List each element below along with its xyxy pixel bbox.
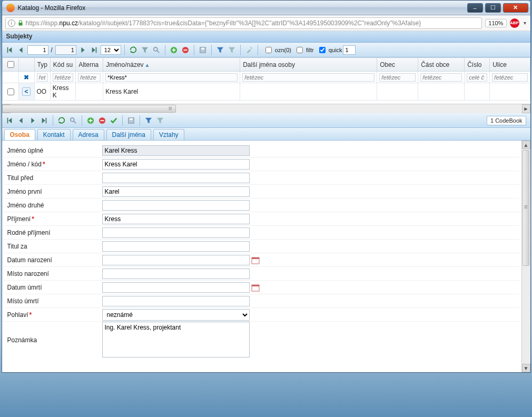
first-page-button[interactable] xyxy=(4,45,15,55)
adblock-dropdown-icon[interactable]: ▾ xyxy=(523,20,527,26)
window-maximize-button[interactable]: ☐ xyxy=(485,3,501,13)
refresh-button[interactable] xyxy=(128,45,139,55)
filter-off-button[interactable] xyxy=(226,45,237,55)
col-obec[interactable]: Obec xyxy=(377,58,418,72)
detail-refresh-button[interactable] xyxy=(56,115,67,126)
field-jmenoprvni[interactable] xyxy=(102,186,250,197)
field-titulza[interactable] xyxy=(102,241,250,252)
col-dalsi[interactable]: Další jména osoby xyxy=(240,58,377,72)
select-all-checkbox[interactable] xyxy=(7,61,14,68)
filter-dalsi[interactable] xyxy=(242,73,375,82)
filter-alterna[interactable] xyxy=(78,73,101,82)
filter-ulice[interactable] xyxy=(492,73,527,82)
detail-first-button[interactable] xyxy=(4,115,15,126)
page-input[interactable] xyxy=(27,45,48,55)
next-page-button[interactable] xyxy=(77,45,88,55)
filtr-checkbox[interactable]: filtr xyxy=(294,45,314,55)
field-rodne[interactable] xyxy=(102,227,250,238)
last-page-button[interactable] xyxy=(89,45,100,55)
filter-castobce[interactable] xyxy=(420,73,462,82)
tab-vztahy[interactable]: Vztahy xyxy=(153,129,184,140)
field-pohlavi[interactable]: neznámé xyxy=(102,309,250,321)
svg-rect-9 xyxy=(130,118,132,120)
field-jmenodruhe[interactable] xyxy=(102,200,250,211)
detail-last-button[interactable] xyxy=(39,115,50,126)
filter-kodsu[interactable] xyxy=(53,73,73,82)
detail-next-button[interactable] xyxy=(27,115,38,126)
url-text-pre: https://iispp. xyxy=(26,19,60,27)
form-vertical-scrollbar[interactable]: ▲ ▼ xyxy=(521,141,530,372)
col-kodsu[interactable]: Kód su xyxy=(50,58,75,72)
sort-asc-icon: ▲ xyxy=(145,62,150,68)
url-input[interactable]: i https://iispp.npu.cz/katalog/#/subjekt… xyxy=(5,17,482,29)
filter-obec[interactable] xyxy=(379,73,416,82)
codebook-chip[interactable]: 1 CodeBook xyxy=(487,116,526,125)
save-disk-button[interactable] xyxy=(198,45,208,55)
remove-button[interactable] xyxy=(180,45,191,55)
field-prijmeni[interactable] xyxy=(102,214,250,224)
detail-save-button[interactable] xyxy=(126,115,136,126)
col-jmeno[interactable]: Jméno/název▲ xyxy=(103,58,240,72)
url-domain: npu.cz xyxy=(60,19,78,27)
detail-prev-button[interactable] xyxy=(16,115,26,126)
filter-typ[interactable] xyxy=(37,73,48,82)
field-jmenokod[interactable] xyxy=(102,159,250,170)
pagesize-select[interactable]: 12 xyxy=(101,45,121,55)
tools-button[interactable] xyxy=(244,45,254,55)
detail-filter-off-button[interactable] xyxy=(155,115,165,126)
field-mistumr[interactable] xyxy=(102,296,250,306)
funnel-button[interactable] xyxy=(140,45,150,55)
window-minimize-button[interactable]: – xyxy=(467,3,483,13)
calendar-icon[interactable] xyxy=(251,255,260,265)
detail-add-button[interactable] xyxy=(85,115,96,126)
detail-confirm-button[interactable] xyxy=(109,115,119,126)
search-button[interactable] xyxy=(151,45,162,55)
field-titulpred[interactable] xyxy=(102,173,250,183)
filter-row: ✖ xyxy=(2,72,530,83)
scroll-vthumb[interactable] xyxy=(523,150,529,266)
scroll-up-arrow[interactable]: ▲ xyxy=(522,141,530,149)
filter-cislo[interactable] xyxy=(467,73,487,82)
add-button[interactable] xyxy=(169,45,179,55)
url-text-post: /katalog/#/subjekt/177883?cis=true&cisDa… xyxy=(78,19,421,27)
grid-toolbar: / 12 ozn(0) filtr quick xyxy=(2,43,530,57)
field-datnar[interactable] xyxy=(102,255,250,265)
page-title: Subjekty xyxy=(2,31,530,43)
row-collapse-icon[interactable]: < xyxy=(22,87,30,96)
detail-remove-button[interactable] xyxy=(97,115,107,126)
field-poznamka[interactable] xyxy=(102,322,250,358)
tab-kontakt[interactable]: Kontakt xyxy=(37,129,71,140)
clear-filter-icon[interactable]: ✖ xyxy=(24,74,29,81)
zoom-level[interactable]: 110% xyxy=(485,19,506,27)
col-alterna[interactable]: Alterna xyxy=(76,58,103,72)
filter-jmeno[interactable] xyxy=(105,73,238,82)
ozn-checkbox[interactable]: ozn(0) xyxy=(263,45,291,55)
svg-rect-11 xyxy=(252,257,259,259)
row-checkbox[interactable] xyxy=(7,88,14,95)
calendar-icon[interactable] xyxy=(251,283,260,292)
scroll-down-arrow[interactable]: ▼ xyxy=(522,364,530,372)
filter-on-button[interactable] xyxy=(215,45,225,55)
label-pohlavi: Pohlaví* xyxy=(4,309,102,321)
scroll-thumb[interactable] xyxy=(2,105,176,113)
field-mistnar[interactable] xyxy=(102,269,250,279)
tab-osoba[interactable]: Osoba xyxy=(4,129,35,140)
tab-dalsi-jmena[interactable]: Další jména xyxy=(106,129,151,140)
col-ulice[interactable]: Ulice xyxy=(490,58,530,72)
table-row[interactable]: < OO Kress K Kress Karel xyxy=(2,83,530,101)
detail-filter-on-button[interactable] xyxy=(143,115,154,126)
prev-page-button[interactable] xyxy=(16,45,26,55)
adblock-icon[interactable]: ABP xyxy=(510,18,519,28)
field-datumr[interactable] xyxy=(102,282,250,293)
scroll-right-arrow[interactable]: ► xyxy=(522,104,530,113)
quick-value-input[interactable] xyxy=(343,45,356,55)
quick-checkbox[interactable]: quick xyxy=(317,45,342,55)
window-close-button[interactable]: ✕ xyxy=(503,3,528,13)
grid-horizontal-scrollbar[interactable]: ◄ ► xyxy=(2,104,530,113)
page-info-icon[interactable]: i xyxy=(8,19,15,27)
col-cislo[interactable]: Číslo xyxy=(465,58,490,72)
tab-adresa[interactable]: Adresa xyxy=(73,129,104,140)
col-typ[interactable]: Typ xyxy=(34,58,50,72)
detail-search-button[interactable] xyxy=(68,115,78,126)
col-castobce[interactable]: Část obce xyxy=(418,58,465,72)
